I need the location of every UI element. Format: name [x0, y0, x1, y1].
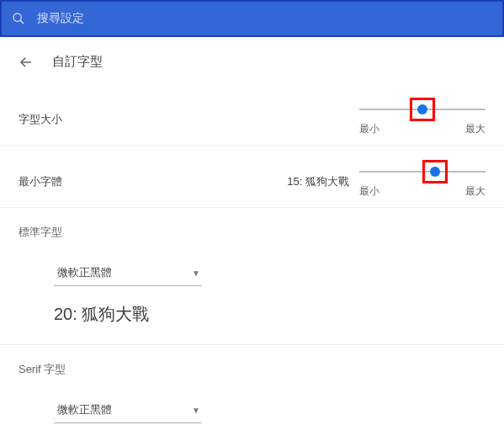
search-icon	[12, 12, 25, 25]
slider-thumb[interactable]	[430, 167, 440, 177]
slider-max-label: 最大	[465, 122, 485, 136]
font-size-slider[interactable]: 最小 最大	[359, 102, 485, 136]
serif-font-dropdown[interactable]: 微軟正黑體 ▼	[54, 399, 202, 423]
svg-point-0	[13, 13, 21, 21]
svg-line-1	[20, 20, 24, 24]
serif-font-section: Serif 字型	[0, 344, 504, 384]
min-font-slider[interactable]: 最小 最大	[359, 164, 485, 199]
font-size-row: 字型大小 最小 最大	[0, 83, 504, 145]
back-arrow-icon[interactable]	[19, 55, 35, 70]
search-bar[interactable]: 搜尋設定	[0, 0, 504, 37]
standard-font-dropdown[interactable]: 微軟正黑體 ▼	[54, 262, 202, 286]
page-header: 自訂字型	[0, 37, 504, 83]
chevron-down-icon: ▼	[192, 406, 200, 415]
standard-font-section: 標準字型	[0, 207, 504, 247]
slider-max-label: 最大	[465, 184, 485, 199]
min-font-label: 最小字體	[19, 174, 62, 189]
slider-min-label: 最小	[359, 184, 379, 199]
search-placeholder: 搜尋設定	[37, 11, 84, 26]
chevron-down-icon: ▼	[192, 268, 200, 278]
font-size-label: 字型大小	[19, 112, 62, 127]
dropdown-label: 微軟正黑體	[57, 265, 112, 280]
dropdown-label: 微軟正黑體	[57, 402, 112, 417]
slider-min-label: 最小	[359, 122, 379, 136]
standard-font-sample: 20: 狐狗大戰	[54, 303, 504, 326]
min-font-value: 15: 狐狗大戰	[287, 174, 349, 189]
min-font-row: 最小字體 15: 狐狗大戰 最小 最大	[0, 145, 504, 207]
slider-thumb[interactable]	[417, 104, 427, 114]
page-title: 自訂字型	[52, 54, 103, 70]
